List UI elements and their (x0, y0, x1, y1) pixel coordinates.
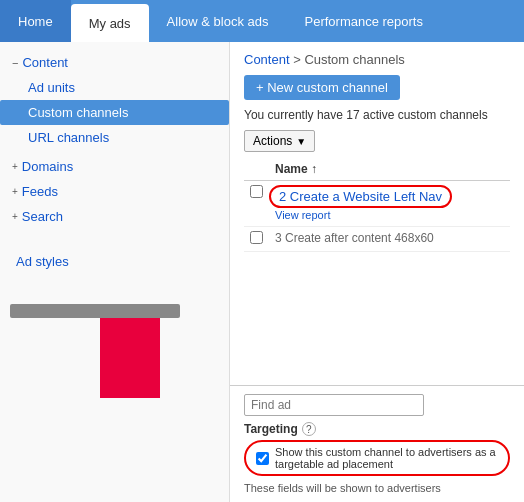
main-layout: − Content Ad units Custom channels URL c… (0, 42, 524, 502)
table-row: 2 Create a Website Left Nav View report (244, 181, 510, 227)
nav-home[interactable]: Home (0, 0, 71, 42)
sidebar-domains-header[interactable]: + Domains (0, 154, 229, 179)
top-navigation: Home My ads Allow & block ads Performanc… (0, 0, 524, 42)
actions-label: Actions (253, 134, 292, 148)
sidebar-item-ad-units[interactable]: Ad units (0, 75, 229, 100)
search-expand-icon: + (12, 211, 18, 222)
nav-performance-reports[interactable]: Performance reports (286, 0, 441, 42)
sidebar-item-custom-channels[interactable]: Custom channels (0, 100, 229, 125)
actions-chevron-icon: ▼ (296, 136, 306, 147)
actions-bar: Actions ▼ (244, 130, 510, 152)
sidebar-item-ad-styles[interactable]: Ad styles (0, 249, 229, 274)
sidebar-feeds-header[interactable]: + Feeds (0, 179, 229, 204)
row1-oval-highlight: 2 Create a Website Left Nav (269, 185, 452, 208)
breadcrumb-separator: > (293, 52, 304, 67)
breadcrumb-link[interactable]: Content (244, 52, 290, 67)
red-bar (100, 318, 160, 398)
row1-name-cell: 2 Create a Website Left Nav View report (269, 181, 510, 227)
targeting-label: Targeting (244, 422, 298, 436)
targetable-placement-label: Show this custom channel to advertisers … (275, 446, 498, 470)
bottom-panel: Targeting ? Show this custom channel to … (230, 385, 524, 502)
gray-bar (10, 304, 180, 318)
row1-channel-name[interactable]: 2 Create a Website Left Nav (279, 189, 442, 204)
col-name: Name ↑ (269, 158, 510, 181)
row2-name-cell: 3 Create after content 468x60 (269, 227, 510, 252)
row2-checkbox-cell (244, 227, 269, 252)
advertisers-note: These fields will be shown to advertiser… (244, 482, 510, 494)
targetable-placement-checkbox[interactable] (256, 452, 269, 465)
content-expand-icon: − (12, 57, 18, 69)
find-ad-input[interactable] (244, 394, 424, 416)
nav-my-ads[interactable]: My ads (71, 4, 149, 42)
sidebar-search-header[interactable]: + Search (0, 204, 229, 229)
targeting-help-icon[interactable]: ? (302, 422, 316, 436)
col-checkbox (244, 158, 269, 181)
row2-checkbox[interactable] (250, 231, 263, 244)
sidebar-domains-label: Domains (22, 159, 73, 174)
new-custom-channel-button[interactable]: + New custom channel (244, 75, 400, 100)
sidebar-search-label: Search (22, 209, 63, 224)
sidebar-content-header[interactable]: − Content (0, 50, 229, 75)
table-row: 3 Create after content 468x60 (244, 227, 510, 252)
domains-expand-icon: + (12, 161, 18, 172)
sidebar-section-content: − Content Ad units Custom channels URL c… (0, 50, 229, 150)
content-label: Content (22, 55, 68, 70)
content-area: Content > Custom channels + New custom c… (230, 42, 524, 352)
targeting-check-row: Show this custom channel to advertisers … (244, 440, 510, 476)
channels-table: Name ↑ 2 Create a Website Left Nav (244, 158, 510, 252)
breadcrumb: Content > Custom channels (244, 52, 510, 67)
sidebar-feeds-label: Feeds (22, 184, 58, 199)
feeds-expand-icon: + (12, 186, 18, 197)
nav-allow-block-ads[interactable]: Allow & block ads (149, 0, 287, 42)
sidebar: − Content Ad units Custom channels URL c… (0, 42, 230, 502)
actions-dropdown[interactable]: Actions ▼ (244, 130, 315, 152)
channels-info-text: You currently have 17 active custom chan… (244, 108, 510, 122)
breadcrumb-current: Custom channels (304, 52, 404, 67)
row1-checkbox[interactable] (250, 185, 263, 198)
row1-view-report[interactable]: View report (275, 209, 330, 221)
row2-channel-name: 3 Create after content 468x60 (275, 231, 434, 245)
row1-checkbox-cell (244, 181, 269, 227)
sidebar-item-url-channels[interactable]: URL channels (0, 125, 229, 150)
